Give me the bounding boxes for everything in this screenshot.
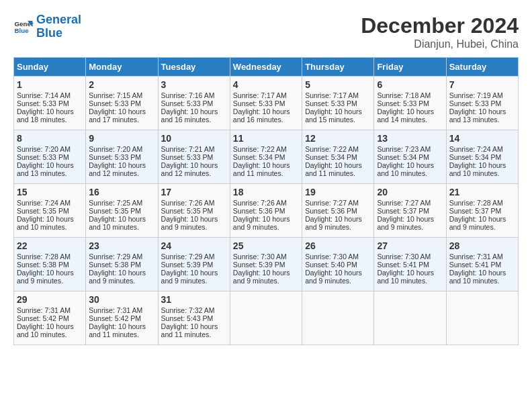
sunset: Sunset: 5:35 PM <box>17 207 69 215</box>
calendar-cell: 28Sunrise: 7:31 AMSunset: 5:41 PMDayligh… <box>446 238 518 291</box>
header-row: Sunday Monday Tuesday Wednesday Thursday… <box>14 58 519 77</box>
day-number: 23 <box>89 240 154 251</box>
day-number: 1 <box>17 79 83 90</box>
sunrise: Sunrise: 7:14 AM <box>17 91 71 99</box>
title-area: December 2024 Dianjun, Hubei, China <box>361 13 519 50</box>
calendar-cell: 1Sunrise: 7:14 AMSunset: 5:33 PMDaylight… <box>14 77 86 130</box>
calendar-cell: 2Sunrise: 7:15 AMSunset: 5:33 PMDaylight… <box>86 77 158 130</box>
sunset: Sunset: 5:33 PM <box>377 99 429 107</box>
daylight: Daylight: 10 hours and 9 minutes. <box>233 215 290 231</box>
calendar-cell: 15Sunrise: 7:24 AMSunset: 5:35 PMDayligh… <box>14 184 86 238</box>
calendar-row-5: 29Sunrise: 7:31 AMSunset: 5:42 PMDayligh… <box>14 291 519 345</box>
daylight: Daylight: 10 hours and 14 minutes. <box>377 107 434 124</box>
sunrise: Sunrise: 7:16 AM <box>161 91 215 99</box>
logo-icon: General Blue <box>13 17 34 37</box>
calendar-header: Sunday Monday Tuesday Wednesday Thursday… <box>14 58 519 77</box>
col-tuesday: Tuesday <box>158 58 230 77</box>
sunset: Sunset: 5:39 PM <box>161 261 214 269</box>
sunset: Sunset: 5:33 PM <box>449 99 502 107</box>
calendar-cell: 5Sunrise: 7:17 AMSunset: 5:33 PMDaylight… <box>302 77 374 130</box>
sunset: Sunset: 5:36 PM <box>233 207 285 215</box>
daylight: Daylight: 10 hours and 18 minutes. <box>17 107 74 124</box>
daylight: Daylight: 10 hours and 10 minutes. <box>449 269 506 285</box>
calendar-cell: 14Sunrise: 7:24 AMSunset: 5:34 PMDayligh… <box>446 130 518 184</box>
daylight: Daylight: 10 hours and 12 minutes. <box>89 161 146 177</box>
day-number: 13 <box>377 133 443 144</box>
calendar-cell <box>446 291 518 345</box>
calendar-cell: 20Sunrise: 7:27 AMSunset: 5:37 PMDayligh… <box>374 184 446 238</box>
day-number: 24 <box>161 240 227 251</box>
day-number: 31 <box>161 294 227 305</box>
day-number: 12 <box>305 133 371 144</box>
calendar-cell: 29Sunrise: 7:31 AMSunset: 5:42 PMDayligh… <box>14 291 86 345</box>
sunset: Sunset: 5:38 PM <box>89 261 141 269</box>
sunrise: Sunrise: 7:17 AM <box>233 91 287 99</box>
calendar-cell: 3Sunrise: 7:16 AMSunset: 5:33 PMDaylight… <box>158 77 230 130</box>
col-friday: Friday <box>374 58 446 77</box>
calendar-row-4: 22Sunrise: 7:28 AMSunset: 5:38 PMDayligh… <box>14 238 519 291</box>
calendar-cell: 26Sunrise: 7:30 AMSunset: 5:40 PMDayligh… <box>302 238 374 291</box>
calendar-row-2: 8Sunrise: 7:20 AMSunset: 5:33 PMDaylight… <box>14 130 519 184</box>
calendar-cell: 9Sunrise: 7:20 AMSunset: 5:33 PMDaylight… <box>86 130 158 184</box>
day-number: 30 <box>89 294 154 305</box>
day-number: 2 <box>89 79 154 90</box>
sunrise: Sunrise: 7:26 AM <box>161 199 215 207</box>
header: General Blue General Blue December 2024 … <box>13 13 519 50</box>
col-sunday: Sunday <box>14 58 86 77</box>
day-number: 7 <box>449 79 515 90</box>
calendar-cell <box>374 291 446 345</box>
daylight: Daylight: 10 hours and 11 minutes. <box>305 161 362 177</box>
sunset: Sunset: 5:35 PM <box>89 207 141 215</box>
sunset: Sunset: 5:33 PM <box>89 153 141 161</box>
day-number: 4 <box>233 79 299 90</box>
daylight: Daylight: 10 hours and 9 minutes. <box>305 269 362 285</box>
calendar-cell: 19Sunrise: 7:27 AMSunset: 5:36 PMDayligh… <box>302 184 374 238</box>
day-number: 22 <box>17 240 83 251</box>
sunrise: Sunrise: 7:30 AM <box>305 253 359 261</box>
calendar-cell: 27Sunrise: 7:30 AMSunset: 5:41 PMDayligh… <box>374 238 446 291</box>
logo-text-line2: Blue <box>36 27 81 40</box>
daylight: Daylight: 10 hours and 9 minutes. <box>161 269 218 285</box>
daylight: Daylight: 10 hours and 15 minutes. <box>305 107 362 124</box>
day-number: 15 <box>17 187 83 197</box>
calendar-row-1: 1Sunrise: 7:14 AMSunset: 5:33 PMDaylight… <box>14 77 519 130</box>
day-number: 6 <box>377 79 443 90</box>
daylight: Daylight: 10 hours and 9 minutes. <box>449 215 506 231</box>
sunrise: Sunrise: 7:23 AM <box>377 145 431 153</box>
day-number: 10 <box>161 133 227 144</box>
calendar-cell: 4Sunrise: 7:17 AMSunset: 5:33 PMDaylight… <box>230 77 302 130</box>
daylight: Daylight: 10 hours and 10 minutes. <box>17 215 74 231</box>
sunrise: Sunrise: 7:24 AM <box>449 145 503 153</box>
sunrise: Sunrise: 7:20 AM <box>89 145 142 153</box>
calendar-row-3: 15Sunrise: 7:24 AMSunset: 5:35 PMDayligh… <box>14 184 519 238</box>
daylight: Daylight: 10 hours and 10 minutes. <box>449 161 506 177</box>
calendar-cell: 12Sunrise: 7:22 AMSunset: 5:34 PMDayligh… <box>302 130 374 184</box>
calendar-title: December 2024 <box>361 13 519 38</box>
sunrise: Sunrise: 7:21 AM <box>161 145 215 153</box>
calendar-cell: 31Sunrise: 7:32 AMSunset: 5:43 PMDayligh… <box>158 291 230 345</box>
sunset: Sunset: 5:33 PM <box>89 99 141 107</box>
sunrise: Sunrise: 7:30 AM <box>377 253 431 261</box>
sunrise: Sunrise: 7:19 AM <box>449 91 503 99</box>
calendar-cell: 22Sunrise: 7:28 AMSunset: 5:38 PMDayligh… <box>14 238 86 291</box>
day-number: 27 <box>377 240 443 251</box>
sunrise: Sunrise: 7:27 AM <box>377 199 431 207</box>
sunset: Sunset: 5:41 PM <box>449 261 502 269</box>
sunrise: Sunrise: 7:31 AM <box>449 253 503 261</box>
sunrise: Sunrise: 7:31 AM <box>89 306 142 314</box>
daylight: Daylight: 10 hours and 9 minutes. <box>377 215 434 231</box>
sunrise: Sunrise: 7:32 AM <box>161 306 215 314</box>
sunrise: Sunrise: 7:20 AM <box>17 145 71 153</box>
daylight: Daylight: 10 hours and 10 minutes. <box>17 322 74 338</box>
calendar-cell <box>302 291 374 345</box>
daylight: Daylight: 10 hours and 17 minutes. <box>89 107 146 124</box>
daylight: Daylight: 10 hours and 9 minutes. <box>17 269 74 285</box>
calendar-body: 1Sunrise: 7:14 AMSunset: 5:33 PMDaylight… <box>14 77 519 345</box>
sunset: Sunset: 5:33 PM <box>161 153 214 161</box>
sunset: Sunset: 5:33 PM <box>17 99 69 107</box>
sunrise: Sunrise: 7:25 AM <box>89 199 142 207</box>
col-monday: Monday <box>86 58 158 77</box>
calendar-cell: 21Sunrise: 7:28 AMSunset: 5:37 PMDayligh… <box>446 184 518 238</box>
day-number: 21 <box>449 187 515 197</box>
sunset: Sunset: 5:43 PM <box>161 314 214 322</box>
